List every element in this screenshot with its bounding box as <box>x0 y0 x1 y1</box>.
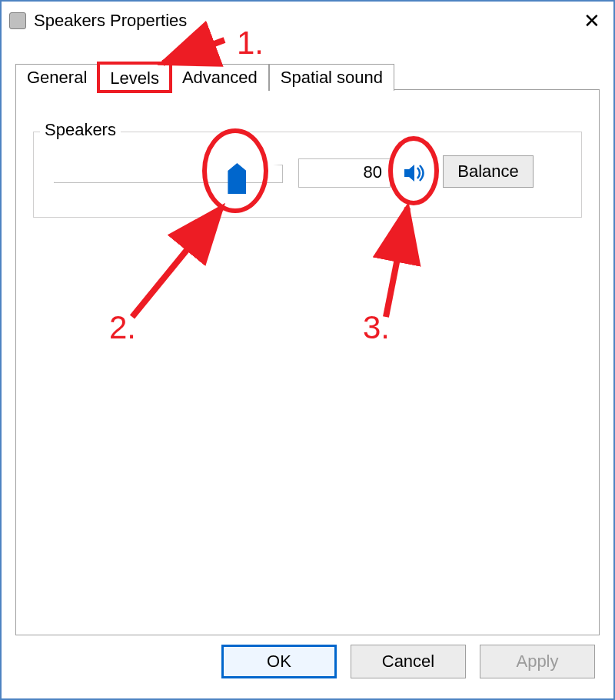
cancel-button[interactable]: Cancel <box>351 645 466 678</box>
volume-value-field[interactable]: 80 <box>298 158 391 188</box>
speaker-icon <box>9 12 26 29</box>
tab-general[interactable]: General <box>15 64 98 91</box>
slider-track <box>54 165 283 183</box>
volume-unmuted-icon <box>403 162 426 185</box>
dialog-button-row: OK Cancel Apply <box>2 645 613 688</box>
speakers-group: Speakers 80 Balance <box>33 132 582 218</box>
tab-advanced[interactable]: Advanced <box>171 64 269 91</box>
svg-line-2 <box>163 40 224 63</box>
svg-marker-0 <box>404 165 414 182</box>
balance-button[interactable]: Balance <box>443 155 534 188</box>
close-button[interactable]: ✕ <box>577 9 607 32</box>
titlebar: Speakers Properties ✕ <box>2 2 613 40</box>
tabstrip: General Levels Advanced Spatial sound <box>15 62 394 90</box>
tab-levels[interactable]: Levels <box>98 63 171 92</box>
speakers-properties-window: Speakers Properties ✕ General Levels Adv… <box>0 0 615 700</box>
mute-toggle-button[interactable] <box>401 160 427 186</box>
close-icon: ✕ <box>583 9 600 33</box>
apply-button: Apply <box>480 645 595 678</box>
group-legend: Speakers <box>40 120 121 140</box>
tab-panel: Speakers 80 Balance <box>15 89 600 635</box>
volume-slider[interactable] <box>54 160 283 197</box>
window-title: Speakers Properties <box>34 11 187 31</box>
tab-spatial-sound[interactable]: Spatial sound <box>269 64 394 91</box>
ok-button[interactable]: OK <box>221 645 337 678</box>
